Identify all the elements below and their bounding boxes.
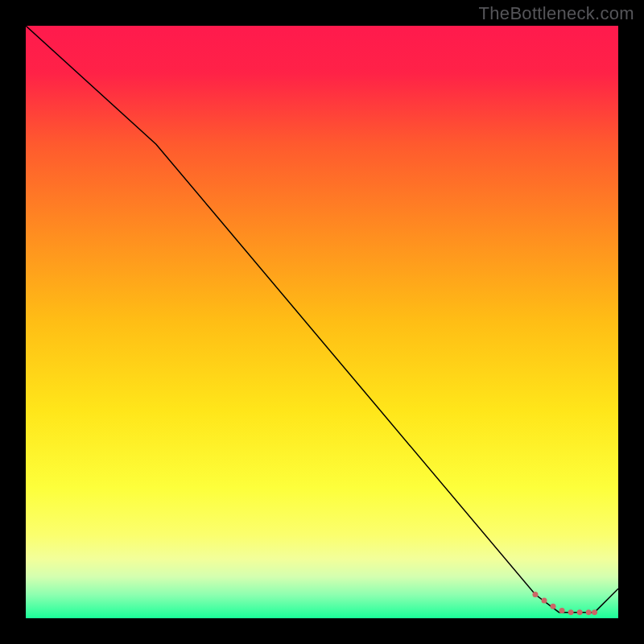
marker-dot <box>551 604 556 609</box>
watermark-text: TheBottleneck.com <box>479 3 634 24</box>
marker-dot <box>577 609 583 615</box>
curve-line <box>26 26 618 613</box>
chart-stage: TheBottleneck.com <box>0 0 644 644</box>
marker-dot <box>532 592 538 597</box>
marker-dot <box>592 609 597 615</box>
marker-dot <box>568 609 574 615</box>
marker-dot <box>586 609 592 615</box>
marker-dot <box>559 608 565 613</box>
marker-group <box>532 592 597 615</box>
marker-dot <box>542 597 547 603</box>
plot-area <box>26 26 618 618</box>
chart-svg <box>26 26 618 618</box>
